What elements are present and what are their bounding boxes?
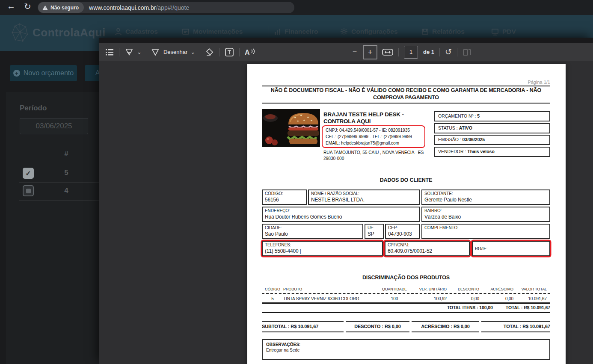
zoom-out-icon[interactable]: − [350,47,359,56]
divider [262,103,550,104]
divider [19,164,99,164]
pdf-viewport[interactable]: Página 1/1 NÃO É DOCUMENTO FISCAL - NÃO … [99,62,593,364]
nav-item-movimentacoes[interactable]: Movimentações [182,28,243,36]
url-host: www.controlaaqui.com.br [89,4,156,11]
row-id[interactable]: 5 [60,169,73,177]
nav-item-configuracoes[interactable]: Configurações [340,28,398,36]
nav-item-relatorios[interactable]: Relatórios [421,28,465,36]
nav-label: Financeiro [285,28,318,36]
doc-disclaimer: NÃO É DOCUMENTO FISCAL - NÃO É VÁLIDO CO… [262,87,550,101]
url-path: /app#!/quote [156,4,189,11]
zoom-in-button[interactable]: + [363,45,377,59]
divider [262,86,550,86]
toolbar-divider [439,48,440,56]
table-of-contents-icon[interactable] [105,48,114,56]
new-quote-button[interactable]: + Novo orçamento [10,65,77,81]
list-hash-header: # [60,150,73,158]
nav-item-financeiro[interactable]: Financeiro [274,28,318,36]
client-nome-cell: NOME / RAZÃO SOCIAL:NESTLE BRASIL LTDA. [308,189,420,205]
back-icon[interactable]: ← [7,1,15,11]
toolbar-divider [219,48,219,56]
read-aloud-icon[interactable]: A [245,48,256,56]
order-seller-box: VENDEDOR : Thais veloso [434,147,550,157]
nav-label: Cadastros [125,28,158,36]
address-bar[interactable]: Não seguro www.controlaaqui.com.br/app#!… [38,2,294,13]
nav-label: Movimentações [193,28,243,36]
nav-label: Relatórios [432,28,465,36]
highlighter-icon[interactable] [125,47,134,57]
divider [262,302,550,304]
row-checkbox-4[interactable] [23,185,34,196]
summary-subtotal: SUBTOTAL : R$ 10.091,67 [262,321,344,332]
company-contact-annotated: CNPJ: 04.429.549/0001-57 - IE: 082091935… [322,125,425,148]
company-address: RUA TAMOJUNTO, 55 CAIU , NOVA VENÉCIA - … [323,150,430,162]
divider [19,182,99,183]
toolbar-divider [119,48,119,56]
page-count-label: de 1 [423,49,434,55]
refresh-icon[interactable]: ↻ [24,1,31,12]
client-telefones-cell-annotated: TELEFONES:(11) 5508-4400 | [262,241,383,256]
company-logo-image [262,109,320,147]
row-checkbox-5[interactable]: ✓ [23,168,34,179]
gear-icon [340,28,348,36]
toolbar-divider [457,48,457,56]
company-cnpj: CNPJ: 04.429.549/0001-57 - IE: 082091935 [326,127,421,134]
fit-to-width-icon[interactable] [382,48,393,56]
svg-text:A: A [245,49,250,56]
toolbar-divider [398,48,399,56]
order-status-box: STATUS : ATIVO [434,123,550,133]
divider [262,312,550,313]
company-name: BRAJAN TESTE HELP DESK - CONTROLA AQUI [323,111,433,125]
nav-label: PDV [502,28,516,36]
rotate-icon[interactable]: ↺ [445,47,452,57]
nav-separator [269,26,269,37]
dashed-divider [262,293,550,294]
row-id[interactable]: 4 [60,186,73,195]
pdf-viewer-modal: ⌄ Desenhar ⌄ A [99,38,593,364]
summary-desconto: DESCONTO : R$ 0,00 [346,321,409,332]
client-rg-ie-cell-annotated: RG/IE: [472,241,550,256]
plus-icon: + [368,47,372,57]
products-header-row: CÓDIGO PRODUTO QUANTIDADE VLR. UNITÁRIO … [262,287,550,291]
observations-text: Entregar na Sede [266,348,546,352]
security-badge[interactable]: Não seguro [38,2,84,13]
page-view-icon[interactable] [463,48,472,56]
draw-pen-icon[interactable] [151,48,160,56]
client-cidade-cell: CIDADE:São Paulo [262,224,363,239]
client-codigo-cell: CÓDIGO:56156 [262,189,307,205]
checkbox-inner [26,189,31,193]
summary-acrescimo: ACRÉSCIMO : R$ 0,00 [412,321,479,332]
eraser-icon[interactable] [205,47,214,57]
draw-dropdown-icon[interactable]: ⌄ [190,49,195,55]
divider [19,200,99,201]
client-bairro-cell: BAIRRO:Várzea de Baixo [421,207,550,222]
draw-button-label[interactable]: Desenhar [163,49,187,55]
period-date-input[interactable]: 03/06/2025 [20,118,88,134]
client-cpf-cnpj-cell-annotated: CPF/CNPJ:60.409.075/0001-52 [385,241,470,256]
pdf-toolbar: ⌄ Desenhar ⌄ A [99,43,593,61]
highlighter-dropdown-icon[interactable]: ⌄ [137,49,142,55]
summary-total: TOTAL : R$ 10.091,67 [481,321,550,332]
security-label: Não seguro [50,5,79,11]
url-text: www.controlaaqui.com.br/app#!/quote [89,4,189,11]
client-complemento-cell: COMPLEMENTO: [421,224,550,239]
order-number-box: ORÇAMENTO Nº : 5 [434,111,550,121]
person-icon [115,28,122,36]
browser-toolbar: ← ↻ Não seguro www.controlaaqui.com.br/a… [0,0,593,15]
add-text-icon[interactable] [225,47,234,57]
client-section-title: DADOS DO CLIENTE [262,177,550,183]
nav-item-cadastros[interactable]: Cadastros [115,28,158,36]
client-cep-cell: CEP:04730-903 [385,224,420,239]
brand-name: ControlaAqui [33,26,106,39]
page-number-input[interactable]: 1 [404,46,418,59]
monitor-icon [491,28,499,36]
screen: ← ↻ Não seguro www.controlaaqui.com.br/a… [0,0,593,364]
bar-chart-icon [274,28,281,36]
document-page: Página 1/1 NÃO É DOCUMENTO FISCAL - NÃO … [247,64,566,364]
toolbar-divider [239,48,240,56]
pdf-top-strip [99,38,593,43]
nav-item-pdv[interactable]: PDV [491,28,516,36]
check-icon: ✓ [25,169,31,178]
nav-label: Configurações [351,28,398,36]
client-uf-cell: UF:SP [365,224,384,239]
